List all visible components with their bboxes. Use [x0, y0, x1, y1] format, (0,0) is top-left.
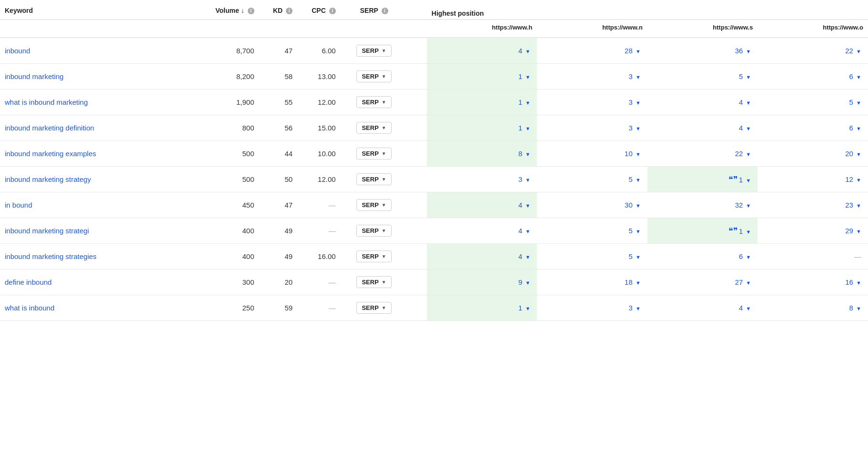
keyword-cell[interactable]: inbound marketing strategi: [0, 218, 182, 244]
serp-cell[interactable]: SERP ▼: [341, 244, 408, 269]
serp-cell[interactable]: SERP ▼: [341, 141, 408, 167]
serp-cell[interactable]: SERP ▼: [341, 218, 408, 244]
volume-cell: 300: [182, 269, 259, 295]
position-cell: 9 ▼: [427, 269, 537, 295]
keyword-link[interactable]: inbound marketing examples: [5, 150, 96, 158]
serp-info-icon[interactable]: i: [382, 8, 388, 14]
serp-cell[interactable]: SERP ▼: [341, 167, 408, 192]
spacer-header: [408, 0, 427, 20]
position-value: 5: [628, 252, 632, 260]
position-value: 4: [739, 98, 743, 106]
position-cell: 1 ▼: [427, 64, 537, 90]
volume-header[interactable]: Volume ↓ i: [182, 0, 259, 20]
keyword-cell[interactable]: inbound marketing strategy: [0, 167, 182, 192]
serp-cell[interactable]: SERP ▼: [341, 90, 408, 115]
position-value: 16: [845, 278, 853, 286]
quote-icon: ❝❞: [728, 226, 738, 236]
keyword-cell[interactable]: inbound marketing examples: [0, 141, 182, 167]
position-trend-arrow: ▼: [856, 126, 861, 131]
position-cell: 5 ▼: [537, 244, 647, 269]
position-trend-arrow: ▼: [525, 229, 530, 234]
position-cell: 28 ▼: [537, 38, 647, 64]
serp-dropdown-arrow: ▼: [382, 228, 386, 233]
position-cell: 6 ▼: [647, 244, 758, 269]
keyword-cell[interactable]: define inbound: [0, 269, 182, 295]
keyword-cell[interactable]: inbound: [0, 38, 182, 64]
cpc-cell: —: [297, 218, 341, 244]
keyword-link[interactable]: inbound marketing strategy: [5, 175, 91, 183]
kd-cell: 58: [259, 64, 298, 90]
position-cell: 3 ▼: [537, 90, 647, 115]
position-value: 8: [518, 150, 522, 158]
position-cell: 4 ▼: [647, 295, 758, 321]
volume-cell: 400: [182, 244, 259, 269]
volume-cell: 500: [182, 141, 259, 167]
keyword-cell[interactable]: in bound: [0, 192, 182, 218]
position-trend-arrow: ▼: [856, 177, 861, 183]
table-row: inbound marketing strategy5005012.00SERP…: [0, 167, 868, 192]
position-cell: 4 ▼: [427, 192, 537, 218]
keyword-cell[interactable]: what is inbound marketing: [0, 90, 182, 115]
keyword-link[interactable]: inbound marketing: [5, 72, 63, 80]
position-trend-arrow: ▼: [746, 178, 751, 183]
serp-dropdown-arrow: ▼: [382, 125, 386, 130]
serp-button[interactable]: SERP ▼: [356, 70, 391, 82]
position-trend-arrow: ▼: [746, 151, 751, 157]
serp-button[interactable]: SERP ▼: [356, 45, 391, 57]
keyword-cell[interactable]: inbound marketing: [0, 64, 182, 90]
serp-cell[interactable]: SERP ▼: [341, 295, 408, 321]
position-trend-arrow: ▼: [746, 203, 751, 209]
serp-button[interactable]: SERP ▼: [356, 173, 391, 185]
keyword-link[interactable]: define inbound: [5, 278, 51, 286]
position-trend-arrow: ▼: [636, 306, 641, 311]
position-value: 12: [845, 175, 853, 183]
kd-cell: 59: [259, 295, 298, 321]
keyword-link[interactable]: inbound marketing strategi: [5, 227, 89, 235]
table-row: inbound marketing examples5004410.00SERP…: [0, 141, 868, 167]
serp-button[interactable]: SERP ▼: [356, 276, 391, 288]
position-cell: 16 ▼: [757, 269, 868, 295]
serp-cell[interactable]: SERP ▼: [341, 115, 408, 141]
position-trend-arrow: ▼: [636, 203, 641, 209]
keyword-cell[interactable]: what is inbound: [0, 295, 182, 321]
keyword-link[interactable]: inbound: [5, 47, 30, 55]
serp-cell[interactable]: SERP ▼: [341, 192, 408, 218]
position-cell: 3 ▼: [537, 115, 647, 141]
position-value: 5: [628, 227, 632, 235]
position-cell: 36 ▼: [647, 38, 758, 64]
keyword-link[interactable]: what is inbound marketing: [5, 98, 88, 106]
position-trend-arrow: ▼: [525, 254, 530, 260]
keyword-link[interactable]: in bound: [5, 201, 32, 209]
main-header-row: Keyword Volume ↓ i KD i CPC i SERP i: [0, 0, 868, 20]
serp-cell[interactable]: SERP ▼: [341, 269, 408, 295]
serp-button[interactable]: SERP ▼: [356, 225, 391, 237]
serp-button[interactable]: SERP ▼: [356, 122, 391, 134]
position-trend-arrow: ▼: [746, 306, 751, 311]
keyword-link[interactable]: inbound marketing definition: [5, 124, 94, 132]
position-value: 32: [735, 201, 743, 209]
kd-info-icon[interactable]: i: [286, 8, 293, 14]
serp-button[interactable]: SERP ▼: [356, 199, 391, 211]
kd-cell: 50: [259, 167, 298, 192]
serp-button[interactable]: SERP ▼: [356, 96, 391, 108]
serp-button[interactable]: SERP ▼: [356, 148, 391, 160]
keyword-link[interactable]: inbound marketing strategies: [5, 252, 97, 260]
position-value: 28: [625, 47, 633, 55]
serp-button[interactable]: SERP ▼: [356, 302, 391, 314]
position-value: 3: [628, 98, 632, 106]
cpc-header: CPC i: [297, 0, 341, 20]
cpc-info-icon[interactable]: i: [329, 8, 336, 14]
position-cell: 3 ▼: [537, 295, 647, 321]
serp-cell[interactable]: SERP ▼: [341, 64, 408, 90]
volume-info-icon[interactable]: i: [248, 8, 254, 14]
serp-dropdown-arrow: ▼: [382, 202, 386, 208]
keyword-cell[interactable]: inbound marketing definition: [0, 115, 182, 141]
position-value: 4: [739, 124, 743, 132]
cpc-cell: 13.00: [297, 64, 341, 90]
serp-dropdown-arrow: ▼: [382, 48, 386, 53]
serp-button[interactable]: SERP ▼: [356, 250, 391, 262]
keyword-cell[interactable]: inbound marketing strategies: [0, 244, 182, 269]
serp-cell[interactable]: SERP ▼: [341, 38, 408, 64]
position-value: 6: [849, 124, 853, 132]
keyword-link[interactable]: what is inbound: [5, 304, 54, 312]
